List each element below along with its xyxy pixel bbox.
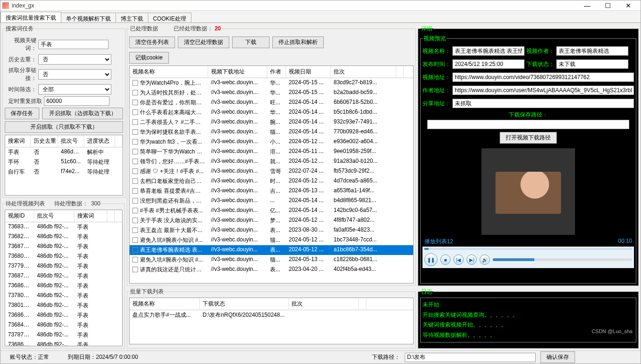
stop-button[interactable]: 停止抓取和解析 (272, 36, 324, 48)
table-row[interactable]: 736808...486db f92-...手表 (5, 252, 122, 262)
column-header[interactable]: 进度状态 (84, 135, 115, 147)
dedup-select[interactable]: 否 (38, 54, 111, 65)
table-row[interactable]: 没想到黑盗还有新品，黑...//v3-webc.douyin......2024… (130, 196, 413, 206)
checkbox[interactable] (132, 149, 138, 154)
table-row[interactable]: 自行车否f74e2...等待处理 (5, 167, 123, 177)
batch-download-list[interactable]: 视频名称下载状态批次 盘点实力歌手#一战成...D:\发布nRQfX6/2024… (129, 298, 414, 344)
video-name-field[interactable] (452, 46, 524, 56)
checkbox[interactable] (132, 267, 138, 272)
volume-slider[interactable] (493, 258, 632, 261)
table-row[interactable]: 为人适时投其所好，处世...//v3-webc.douyin...华...202… (130, 88, 413, 98)
tab-single-parse[interactable]: 单个视频解析下载 (61, 13, 116, 22)
column-header[interactable]: 搜索词 (5, 135, 31, 147)
prev-track-icon[interactable]: |◀ (453, 255, 464, 265)
table-row[interactable]: #手表 #男士机械手表表...//v3-webc.douyin...亿...20… (130, 206, 413, 216)
seek-bar[interactable] (422, 247, 634, 251)
column-header[interactable]: 作者 (267, 66, 286, 78)
table-row[interactable]: 737796...486db f92-...手表 (5, 262, 122, 271)
table-row[interactable]: 简单聊一下华为Watch Fi...//v3-webc.douyin...溶..… (130, 147, 413, 157)
checkbox[interactable] (132, 90, 138, 95)
column-header[interactable]: 视频日期 (286, 66, 331, 78)
checkbox[interactable] (132, 227, 138, 233)
publish-time-field[interactable] (452, 59, 524, 69)
maximize-button[interactable]: ☐ (597, 0, 618, 11)
table-row[interactable]: 盘点实力歌手#一战成...D:\发布nRQfX6/202405150248... (130, 310, 413, 320)
share-url-field[interactable] (452, 99, 634, 108)
column-header[interactable]: 批次号 (58, 135, 84, 147)
table-row[interactable]: 736827...486db f92-...手表 (5, 232, 122, 242)
checkbox[interactable] (132, 208, 138, 213)
table-row[interactable]: 关于手表 没人敢说的实...//v3-webc.douyin...梦...202… (130, 216, 413, 226)
savepath-field[interactable] (427, 120, 629, 129)
column-header[interactable]: 视频下载地址 (208, 66, 267, 78)
column-header[interactable]: 下载状态 (200, 298, 289, 310)
stop-icon[interactable]: ■ (440, 255, 451, 265)
table-row[interactable]: 讲真的我这还是只统计了...//v3-webc.douyin...表...202… (130, 265, 413, 275)
checkbox[interactable] (132, 237, 138, 243)
task-list[interactable]: 搜索词历史去重批次号进度状态 手表否486db...解析中手环否51c60...… (5, 135, 123, 196)
table-row[interactable]: 你是否有爱过，你所期待...//v3-webc.douyin...旺...202… (130, 98, 413, 108)
table-row[interactable]: 736860...486db f92-...手表 (5, 281, 122, 291)
table-row[interactable]: 表王盘点 最新十大最不...//v3-webc.douyin...表...202… (130, 226, 413, 235)
download-status-field[interactable] (556, 59, 628, 69)
tab-cookie[interactable]: COOKIE处理 (148, 13, 191, 22)
minimize-button[interactable]: — (577, 0, 597, 11)
checkbox[interactable] (132, 119, 138, 125)
clear-done-button[interactable]: 清空已处理数据 (178, 36, 229, 48)
pending-list[interactable]: 视频ID批次号搜索词 736832...486db f92-...手表73682… (5, 210, 123, 346)
repeat-input[interactable] (44, 96, 109, 106)
table-row[interactable]: 领导们，您好……#手表推...//v3-webc.douyin...就...20… (130, 157, 413, 167)
video-author-field[interactable] (556, 46, 628, 56)
confirm-save-button[interactable]: 确认保存 (540, 351, 575, 363)
table-row[interactable]: 二手表很丢人？ #二手手...//v3-webc.douyin...腕...20… (130, 117, 413, 127)
sharelink-select[interactable]: 否 (38, 69, 111, 80)
start-crawl-only-button[interactable]: 开启抓取（只抓取不下载） (5, 121, 123, 133)
checkbox[interactable] (132, 100, 138, 105)
tab-blogger-download[interactable]: 博主下载 (116, 13, 148, 22)
checkbox[interactable] (132, 247, 138, 253)
column-header[interactable]: 批次 (331, 66, 396, 78)
save-task-button[interactable]: 保存任务 (5, 108, 39, 119)
table-row[interactable]: 737803...486db f92-...手表 (5, 291, 122, 301)
keyword-input[interactable] (38, 40, 109, 49)
column-header[interactable]: 视频ID (5, 210, 34, 222)
next-track-icon[interactable]: ▶| (466, 255, 477, 265)
download-path-input[interactable] (405, 353, 536, 362)
volume-icon[interactable]: 🔊 (480, 255, 490, 265)
checkbox[interactable] (132, 178, 138, 184)
table-row[interactable]: 736832...486db f92-...手表 (5, 222, 122, 232)
checkbox[interactable] (132, 139, 138, 145)
table-row[interactable]: 736864...486db f92-...手表 (5, 311, 122, 320)
checkbox[interactable] (132, 198, 138, 204)
table-row[interactable]: 去档口老板家里给自己组...//v3-webc.douyin...时...202… (130, 176, 413, 186)
close-button[interactable]: ✕ (618, 0, 639, 11)
checkbox[interactable] (132, 80, 138, 86)
tab-search-download[interactable]: 搜索词批量搜索下载 (0, 12, 61, 22)
start-crawl-download-button[interactable]: 开启抓取（边抓取边下载） (42, 108, 123, 119)
checkbox[interactable] (132, 159, 138, 164)
processed-list[interactable]: 视频名称视频下载地址作者视频日期批次 华为Watch4Pro，腕上的...//v… (129, 66, 414, 284)
table-row[interactable]: 手表否486db...解析中 (5, 147, 123, 157)
table-row[interactable]: 736873...486db f92-...手表 (5, 271, 122, 281)
table-row[interactable]: 736843...486db f92-...手表 (5, 320, 122, 330)
author-url-field[interactable] (452, 86, 634, 95)
table-row[interactable]: 736869...486db f92-...手表 (5, 340, 122, 346)
column-header[interactable]: 视频名称 (130, 298, 200, 310)
checkbox[interactable] (132, 218, 138, 223)
clear-task-button[interactable]: 清空任务列表 (129, 36, 175, 48)
table-row[interactable]: 华为watch fit3，一次看...//v3-webc.douyin...小.… (130, 137, 413, 147)
table-row[interactable]: 表王老佛爷腕表精选 表...//v3-webc.douyin...表...202… (130, 245, 413, 255)
open-download-path-button[interactable]: 打开视频下载路径 (500, 132, 557, 144)
pause-icon[interactable]: ❚❚ (424, 253, 437, 266)
checkbox[interactable] (132, 109, 138, 115)
table-row[interactable]: 手环否51c60...等待处理 (5, 157, 123, 167)
table-row[interactable]: 738017...486db f92-...手表 (5, 301, 122, 311)
table-row[interactable]: 避免入坑#腕表小知识 #...//v3-webc.douyin...猫...20… (130, 255, 413, 265)
checkbox[interactable] (132, 129, 138, 135)
column-header[interactable]: 视频名称 (130, 66, 208, 78)
column-header[interactable]: 批次号 (34, 210, 74, 222)
column-header[interactable]: 搜索词 (74, 210, 107, 222)
checkbox[interactable] (132, 188, 138, 194)
checkbox[interactable] (132, 257, 138, 262)
timefilter-select[interactable]: 全部 (38, 84, 111, 95)
